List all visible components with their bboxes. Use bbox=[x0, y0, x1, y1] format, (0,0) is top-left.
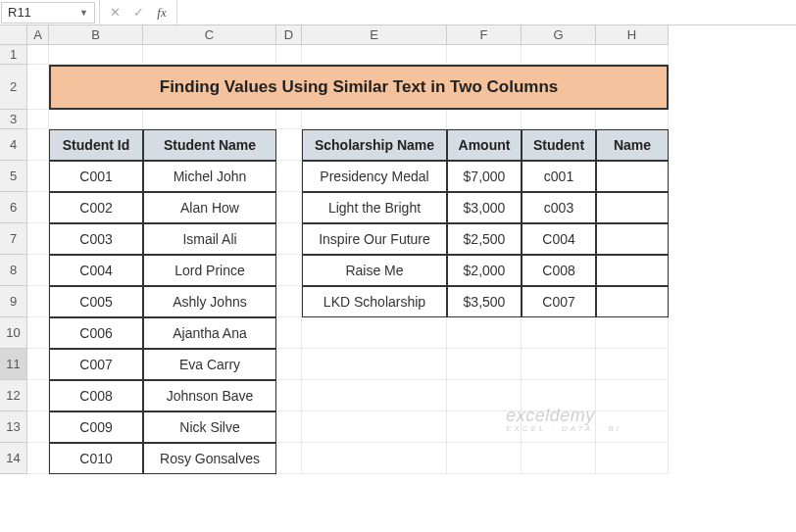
cell-D10[interactable] bbox=[276, 317, 302, 349]
cell-A11[interactable] bbox=[27, 349, 49, 380]
cell-E14[interactable] bbox=[302, 443, 447, 474]
schol-header-name[interactable]: Name bbox=[596, 129, 669, 161]
cell-A13[interactable] bbox=[27, 411, 49, 443]
student-id-6[interactable]: C002 bbox=[49, 192, 143, 223]
cell-F11[interactable] bbox=[447, 349, 522, 380]
cell-A5[interactable] bbox=[27, 161, 49, 192]
row-header-6[interactable]: 6 bbox=[0, 192, 27, 223]
cell-A1[interactable] bbox=[27, 45, 49, 65]
cell-A4[interactable] bbox=[27, 129, 49, 161]
student-name-9[interactable]: Ashly Johns bbox=[143, 286, 276, 317]
schol-student-8[interactable]: C008 bbox=[522, 255, 596, 286]
cell-D7[interactable] bbox=[276, 223, 302, 255]
cell-G11[interactable] bbox=[522, 349, 596, 380]
col-header-E[interactable]: E bbox=[302, 25, 447, 45]
schol-amount-8[interactable]: $2,000 bbox=[447, 255, 522, 286]
schol-schol-7[interactable]: Inspire Our Future bbox=[302, 223, 447, 255]
cell-E1[interactable] bbox=[302, 45, 447, 65]
cell-H12[interactable] bbox=[596, 380, 669, 411]
col-header-G[interactable]: G bbox=[522, 25, 596, 45]
schol-student-6[interactable]: c003 bbox=[522, 192, 596, 223]
cell-F1[interactable] bbox=[447, 45, 522, 65]
cell-H14[interactable] bbox=[596, 443, 669, 474]
cell-H11[interactable] bbox=[596, 349, 669, 380]
col-header-A[interactable]: A bbox=[27, 25, 49, 45]
col-header-F[interactable]: F bbox=[447, 25, 522, 45]
cell-E3[interactable] bbox=[302, 110, 447, 129]
student-name-10[interactable]: Ajantha Ana bbox=[143, 317, 276, 349]
row-header-14[interactable]: 14 bbox=[0, 443, 27, 474]
schol-schol-8[interactable]: Raise Me bbox=[302, 255, 447, 286]
schol-header-student[interactable]: Student bbox=[522, 129, 596, 161]
cell-A2[interactable] bbox=[27, 65, 49, 110]
cell-D4[interactable] bbox=[276, 129, 302, 161]
schol-amount-7[interactable]: $2,500 bbox=[447, 223, 522, 255]
cell-E13[interactable] bbox=[302, 411, 447, 443]
schol-schol-5[interactable]: Presidency Medal bbox=[302, 161, 447, 192]
schol-student-9[interactable]: C007 bbox=[522, 286, 596, 317]
schol-schol-9[interactable]: LKD Scholarship bbox=[302, 286, 447, 317]
cell-C3[interactable] bbox=[143, 110, 276, 129]
student-name-11[interactable]: Eva Carry bbox=[143, 349, 276, 380]
cell-D3[interactable] bbox=[276, 110, 302, 129]
student-id-11[interactable]: C007 bbox=[49, 349, 143, 380]
cell-A14[interactable] bbox=[27, 443, 49, 474]
schol-amount-5[interactable]: $7,000 bbox=[447, 161, 522, 192]
schol-amount-9[interactable]: $3,500 bbox=[447, 286, 522, 317]
cell-G13[interactable] bbox=[522, 411, 596, 443]
cell-D6[interactable] bbox=[276, 192, 302, 223]
cell-C1[interactable] bbox=[143, 45, 276, 65]
schol-name-9[interactable] bbox=[596, 286, 669, 317]
cell-D13[interactable] bbox=[276, 411, 302, 443]
student-name-8[interactable]: Lord Prince bbox=[143, 255, 276, 286]
cell-H10[interactable] bbox=[596, 317, 669, 349]
cell-A8[interactable] bbox=[27, 255, 49, 286]
cell-H3[interactable] bbox=[596, 110, 669, 129]
cell-D14[interactable] bbox=[276, 443, 302, 474]
row-header-13[interactable]: 13 bbox=[0, 411, 27, 443]
cell-F3[interactable] bbox=[447, 110, 522, 129]
cell-A6[interactable] bbox=[27, 192, 49, 223]
cell-B3[interactable] bbox=[49, 110, 143, 129]
student-id-5[interactable]: C001 bbox=[49, 161, 143, 192]
student-name-14[interactable]: Rosy Gonsalves bbox=[143, 443, 276, 474]
schol-name-7[interactable] bbox=[596, 223, 669, 255]
students-header-name[interactable]: Student Name bbox=[143, 129, 276, 161]
student-name-6[interactable]: Alan How bbox=[143, 192, 276, 223]
cell-A12[interactable] bbox=[27, 380, 49, 411]
student-id-10[interactable]: C006 bbox=[49, 317, 143, 349]
cell-D8[interactable] bbox=[276, 255, 302, 286]
cell-G10[interactable] bbox=[522, 317, 596, 349]
row-header-7[interactable]: 7 bbox=[0, 223, 27, 255]
cell-D11[interactable] bbox=[276, 349, 302, 380]
col-header-H[interactable]: H bbox=[596, 25, 669, 45]
schol-name-6[interactable] bbox=[596, 192, 669, 223]
schol-amount-6[interactable]: $3,000 bbox=[447, 192, 522, 223]
cell-F12[interactable] bbox=[447, 380, 522, 411]
cell-G12[interactable] bbox=[522, 380, 596, 411]
student-id-8[interactable]: C004 bbox=[49, 255, 143, 286]
row-header-11[interactable]: 11 bbox=[0, 349, 27, 380]
student-id-9[interactable]: C005 bbox=[49, 286, 143, 317]
chevron-down-icon[interactable]: ▼ bbox=[79, 8, 88, 18]
schol-schol-6[interactable]: Light the Bright bbox=[302, 192, 447, 223]
student-name-13[interactable]: Nick Silve bbox=[143, 411, 276, 443]
student-name-5[interactable]: Michel John bbox=[143, 161, 276, 192]
row-header-5[interactable]: 5 bbox=[0, 161, 27, 192]
cell-A3[interactable] bbox=[27, 110, 49, 129]
cell-G14[interactable] bbox=[522, 443, 596, 474]
row-header-1[interactable]: 1 bbox=[0, 45, 27, 65]
schol-header-schol[interactable]: Scholarship Name bbox=[302, 129, 447, 161]
row-header-3[interactable]: 3 bbox=[0, 110, 27, 129]
student-id-7[interactable]: C003 bbox=[49, 223, 143, 255]
cell-E10[interactable] bbox=[302, 317, 447, 349]
cell-F10[interactable] bbox=[447, 317, 522, 349]
cell-E11[interactable] bbox=[302, 349, 447, 380]
cell-G3[interactable] bbox=[522, 110, 596, 129]
cell-D12[interactable] bbox=[276, 380, 302, 411]
students-header-id[interactable]: Student Id bbox=[49, 129, 143, 161]
row-header-12[interactable]: 12 bbox=[0, 380, 27, 411]
cell-F13[interactable] bbox=[447, 411, 522, 443]
cell-B1[interactable] bbox=[49, 45, 143, 65]
col-header-D[interactable]: D bbox=[276, 25, 302, 45]
